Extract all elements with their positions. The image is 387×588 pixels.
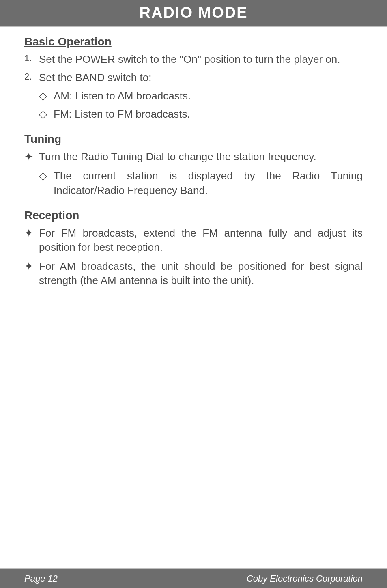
- list-item: 2. Set the BAND switch to:: [24, 71, 363, 85]
- diamond-bullet-icon: ◇: [39, 89, 54, 103]
- sub-list-item: ◇ AM: Listen to AM broadcasts.: [39, 89, 363, 103]
- sub-list-item: ◇ FM: Listen to FM broadcasts.: [39, 107, 363, 121]
- diamond-bullet-icon: ◇: [39, 169, 54, 197]
- list-text: For FM broadcasts, extend the FM antenna…: [39, 226, 363, 254]
- footer: Page 12 Coby Electronics Corporation: [0, 568, 387, 588]
- list-text: Set the BAND switch to:: [39, 71, 151, 85]
- diamond-bullet-icon: ◇: [39, 107, 54, 121]
- header-band: RADIO MODE: [0, 0, 387, 27]
- list-text: Turn the Radio Tuning Dial to change the…: [39, 150, 363, 164]
- list-item: ✦ For FM broadcasts, extend the FM anten…: [24, 226, 363, 254]
- sub-list-item: ◇ The current station is displayed by th…: [39, 169, 363, 197]
- list-item: ✦ Turn the Radio Tuning Dial to change t…: [24, 150, 363, 164]
- star-bullet-icon: ✦: [24, 259, 39, 288]
- footer-company: Coby Electronics Corporation: [247, 573, 363, 584]
- star-bullet-icon: ✦: [24, 226, 39, 254]
- list-number: 1.: [24, 52, 39, 67]
- sub-list-text: FM: Listen to FM broadcasts.: [54, 107, 190, 121]
- sub-list-text: AM: Listen to AM broadcasts.: [54, 89, 191, 103]
- list-text: For AM broadcasts, the unit should be po…: [39, 259, 363, 288]
- list-number: 2.: [24, 71, 39, 85]
- list-text: Set the POWER switch to the "On" positio…: [39, 52, 340, 67]
- footer-page-number: Page 12: [24, 573, 58, 584]
- star-bullet-icon: ✦: [24, 150, 39, 164]
- sub-list-text: The current station is displayed by the …: [54, 169, 363, 197]
- list-item: 1. Set the POWER switch to the "On" posi…: [24, 52, 363, 67]
- section-reception-title: Reception: [24, 209, 363, 222]
- page-title: RADIO MODE: [0, 4, 387, 22]
- section-tuning-title: Tuning: [24, 133, 363, 146]
- content-area: Basic Operation 1. Set the POWER switch …: [0, 27, 387, 288]
- list-item: ✦ For AM broadcasts, the unit should be …: [24, 259, 363, 288]
- section-basic-operation-title: Basic Operation: [24, 35, 363, 48]
